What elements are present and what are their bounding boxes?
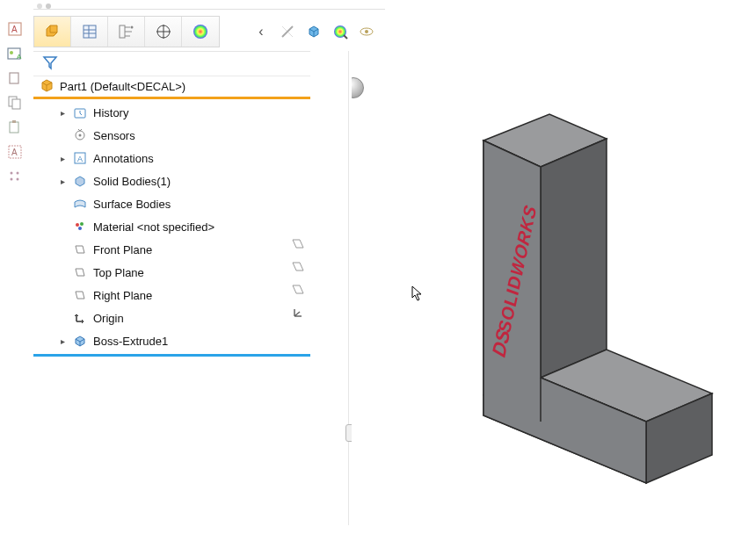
plane-handle-icon[interactable] [289, 281, 307, 299]
tree-item-history[interactable]: ▸ History [33, 101, 310, 124]
sensors-icon [72, 127, 88, 143]
svg-point-38 [78, 227, 82, 230]
svg-point-15 [17, 178, 19, 181]
history-icon [72, 105, 88, 120]
tree-item-sensors[interactable]: Sensors [33, 124, 310, 147]
expand-icon[interactable]: ▸ [58, 154, 67, 163]
filter-icon[interactable] [42, 54, 58, 73]
tree-end-marker [33, 354, 310, 357]
tree-label: Front Plane [93, 243, 152, 256]
tool-clone[interactable] [5, 93, 25, 112]
svg-point-14 [11, 178, 13, 181]
origin-icon [72, 310, 88, 326]
annotations-icon: A [72, 150, 88, 166]
tree-label: Origin [93, 312, 124, 325]
tree-label: History [93, 106, 128, 119]
tree-item-material[interactable]: Material <not specified> [33, 215, 310, 238]
tool-image-ref[interactable]: A [5, 44, 25, 63]
extrude-icon [72, 333, 88, 349]
tool-drawing-format[interactable]: A [5, 19, 25, 39]
svg-point-12 [11, 172, 13, 175]
tree-item-origin[interactable]: Origin [33, 307, 310, 329]
tab-display-manager[interactable] [182, 17, 219, 47]
history-back-button[interactable]: ‹ [249, 19, 273, 44]
expand-icon[interactable]: ▸ [58, 177, 67, 186]
svg-text:A: A [77, 155, 83, 163]
svg-rect-7 [12, 99, 20, 109]
expand-icon[interactable]: ▸ [58, 108, 67, 118]
svg-point-30 [365, 30, 368, 33]
left-vertical-toolbar: A A A [0, 12, 30, 186]
tree-label: Sensors [93, 129, 135, 142]
tree-item-front-plane[interactable]: Front Plane [33, 238, 310, 261]
surface-bodies-icon [72, 196, 88, 212]
svg-point-21 [130, 26, 133, 29]
tab-pip[interactable] [37, 4, 42, 9]
svg-rect-20 [120, 25, 125, 38]
tab-config-manager[interactable] [108, 17, 145, 47]
tab-property-manager[interactable] [71, 17, 108, 47]
svg-rect-9 [12, 120, 16, 123]
svg-point-25 [193, 25, 207, 39]
part-model[interactable]: DS SOLIDWORKS [457, 86, 721, 499]
view-orientation-button[interactable] [302, 19, 326, 44]
svg-rect-5 [10, 73, 18, 83]
tool-layer[interactable] [5, 69, 25, 88]
tree-label: Annotations [93, 152, 154, 165]
svg-text:A: A [11, 148, 18, 157]
svg-marker-41 [541, 139, 607, 378]
tree-label: Boss-Extrude1 [93, 335, 168, 348]
tab-dimxpert-manager[interactable] [145, 17, 182, 47]
expand-icon[interactable]: ▸ [58, 336, 67, 346]
hide-sketch-button[interactable] [275, 19, 300, 44]
tree-item-top-plane[interactable]: Top Plane [33, 261, 310, 284]
plane-icon [72, 242, 88, 257]
tab-pip[interactable] [46, 4, 51, 9]
svg-point-36 [76, 223, 79, 227]
tree-root-label: Part1 (Default<DECAL>) [60, 80, 185, 93]
tree-item-boss-extrude[interactable]: ▸ Boss-Extrude1 [33, 329, 310, 352]
tree-item-annotations[interactable]: ▸ A Annotations [33, 147, 310, 170]
manager-tabs-toolbar: ‹ [33, 16, 379, 47]
plane-icon [72, 287, 88, 303]
material-icon [72, 219, 88, 235]
tree-root-item[interactable]: Part1 (Default<DECAL>) [33, 76, 310, 99]
tool-clipboard[interactable] [5, 118, 25, 137]
plane-icon [72, 264, 88, 280]
tool-text[interactable]: A [5, 142, 25, 162]
tree-item-surface-bodies[interactable]: Surface Bodies [33, 192, 310, 215]
origin-handle-icon[interactable] [289, 304, 307, 321]
svg-point-13 [17, 172, 19, 175]
visibility-button[interactable] [354, 19, 379, 44]
plane-handle-icon[interactable] [289, 235, 307, 253]
tree-label: Surface Bodies [93, 198, 171, 211]
appearance-button[interactable] [328, 19, 353, 44]
solid-bodies-icon [72, 173, 88, 189]
plane-handle-column [312, 51, 347, 525]
tree-label: Top Plane [93, 266, 144, 279]
plane-handle-icon[interactable] [289, 258, 307, 276]
tool-pattern[interactable] [5, 167, 25, 186]
svg-point-37 [80, 222, 84, 226]
svg-text:A: A [11, 25, 18, 34]
svg-text:A: A [17, 53, 22, 61]
svg-point-33 [79, 134, 82, 137]
appearance-sphere[interactable] [352, 77, 364, 98]
svg-point-3 [10, 51, 13, 54]
tree-label: Right Plane [93, 289, 152, 302]
tree-item-solid-bodies[interactable]: ▸ Solid Bodies(1) [33, 170, 310, 192]
tree-label: Material <not specified> [93, 220, 214, 234]
svg-rect-8 [10, 122, 18, 133]
graphics-viewport[interactable]: DS SOLIDWORKS [352, 51, 752, 525]
panel-tab-pips [33, 3, 385, 10]
tree-item-right-plane[interactable]: Right Plane [33, 284, 310, 307]
tab-feature-manager[interactable] [34, 17, 71, 47]
part-icon [39, 76, 56, 97]
feature-tree-panel: Part1 (Default<DECAL>) ▸ History Sensors… [33, 51, 310, 525]
svg-rect-16 [84, 25, 96, 38]
tree-label: Solid Bodies(1) [93, 175, 171, 188]
